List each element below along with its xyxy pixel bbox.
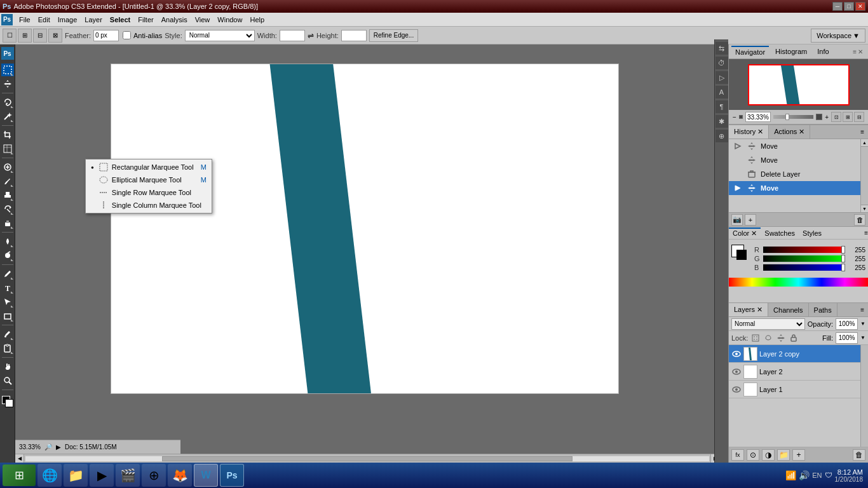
tool-pen[interactable] [1,268,14,280]
height-input[interactable] [341,30,367,41]
b-slider-thumb[interactable] [841,264,845,271]
tab-styles[interactable]: Styles [799,229,825,238]
tool-dodge[interactable] [1,249,14,262]
taskbar-media-button[interactable]: ▶ [90,464,114,487]
tool-ps-home[interactable]: Ps [1,47,14,60]
layers-panel-menu[interactable]: ≡ [857,306,868,313]
anti-alias-checkbox[interactable] [123,31,131,39]
ctx-elliptical-marquee[interactable]: ● Elliptical Marquee Tool M [86,173,212,186]
ps-icon-clone[interactable]: ⊕ [715,130,728,142]
layer-group-button[interactable]: 📁 [777,449,790,461]
layer-fx-button[interactable]: fx [731,449,744,461]
menu-layer[interactable]: Layer [81,15,106,25]
ctx-rectangular-marquee[interactable]: ● Rectangular Marquee Tool M [86,161,212,173]
zoom-fill-screen-button[interactable]: ⊟ [854,112,864,122]
menu-view[interactable]: View [191,15,214,25]
fill-input[interactable] [836,332,858,344]
intersect-selection-btn[interactable]: ⊠ [48,29,62,43]
b-slider-track[interactable] [763,264,845,271]
tool-stamp[interactable] [1,189,14,201]
taskbar-firefox-button[interactable]: 🦊 [168,464,192,487]
new-selection-btn[interactable]: ☐ [3,29,17,43]
scroll-left-button[interactable]: ◀ [15,454,24,463]
navigator-arrow[interactable]: ▶ [56,444,61,451]
taskbar-folder-button[interactable]: 📁 [64,464,88,487]
add-selection-btn[interactable]: ⊞ [18,29,32,43]
zoom-value-input[interactable] [745,112,771,122]
layer-visibility-layer2copy[interactable] [731,349,742,359]
history-new-button[interactable]: + [745,214,756,226]
menu-window[interactable]: Window [214,15,246,25]
history-item-1[interactable]: Move [729,139,860,153]
minimize-button[interactable]: ─ [832,2,843,11]
maximize-button[interactable]: □ [844,2,854,11]
layer-delete-button[interactable]: 🗑 [853,449,865,461]
menu-image[interactable]: Image [54,15,81,25]
tool-magic-wand[interactable] [1,110,14,123]
navigator-close-icon[interactable]: ✕ [858,48,863,55]
color-panel-menu[interactable]: ≡ [864,229,868,236]
ps-icon-char[interactable]: A [715,86,728,98]
tool-shape[interactable] [1,309,14,322]
history-snapshot-button[interactable]: 📷 [731,214,743,226]
tool-move[interactable] [1,78,14,90]
workspace-button[interactable]: Workspace ▼ [811,29,865,43]
menu-analysis[interactable]: Analysis [158,15,191,25]
layer-visibility-layer1[interactable] [731,384,742,395]
history-scroll-down[interactable]: ▼ [861,205,869,212]
tab-paths[interactable]: Paths [809,303,837,316]
layer-new-button[interactable]: + [792,449,805,461]
layer-mask-button[interactable]: ⊙ [747,449,759,461]
color-background-swatch[interactable] [736,250,747,260]
layers-scrollbar[interactable] [860,345,868,447]
color-swatches[interactable] [1,395,14,408]
history-item-3[interactable]: Delete Layer [729,167,860,181]
horizontal-scroll-track[interactable] [25,456,709,461]
ps-icon-para[interactable]: ¶ [715,100,728,113]
tool-path-selection[interactable] [1,295,14,308]
lock-transparent-pixels-button[interactable] [750,333,761,343]
zoom-fit-page-button[interactable]: ⊡ [831,112,841,122]
tab-layers[interactable]: Layers ✕ [729,303,768,316]
tab-channels[interactable]: Channels [768,303,808,316]
menu-edit[interactable]: Edit [34,15,54,25]
tab-swatches[interactable]: Swatches [761,229,799,238]
tray-clock[interactable]: 8:12 AM 1/20/2018 [835,468,864,483]
tool-notes[interactable] [1,342,14,355]
lock-all-button[interactable] [789,333,799,343]
tab-color[interactable]: Color ✕ [729,227,761,238]
refine-edge-button[interactable]: Refine Edge... [369,29,418,42]
taskbar-ie-button[interactable]: 🌐 [37,464,62,487]
tool-crop[interactable] [1,128,14,141]
history-scroll-up[interactable]: ▲ [861,139,869,147]
zoom-minus-icon[interactable]: − [733,114,736,121]
ctx-single-column-marquee[interactable]: ● Single Column Marquee Tool [86,199,212,212]
tab-info[interactable]: Info [813,46,832,57]
navigator-menu-icon[interactable]: ≡ [853,48,857,55]
tool-context-menu[interactable]: ● Rectangular Marquee Tool M ● Elliptica… [85,159,212,214]
tool-type[interactable]: T [1,281,14,294]
r-slider-thumb[interactable] [841,246,845,254]
layer-adjustment-button[interactable]: ◑ [762,449,775,461]
zoom-slider-thumb[interactable] [785,114,789,120]
tool-eyedropper[interactable] [1,328,14,341]
taskbar-movie-button[interactable]: 🎬 [116,464,140,487]
close-button[interactable]: ✕ [855,2,865,11]
fill-dropdown-icon[interactable]: ▼ [860,335,865,341]
zoom-slider-track[interactable] [773,115,813,119]
tab-navigator[interactable]: Navigator [731,46,769,57]
tool-brush[interactable] [1,175,14,187]
layer-item-layer2[interactable]: Layer 2 [729,363,860,381]
tool-healing[interactable] [1,161,14,173]
menu-help[interactable]: Help [246,15,268,25]
taskbar-word-button[interactable]: W [194,464,218,487]
horizontal-scrollbar[interactable]: ◀ ▶ [15,454,719,463]
history-expand-button[interactable]: ≡ [857,128,868,135]
menu-file[interactable]: File [15,15,34,25]
tab-histogram[interactable]: Histogram [771,46,811,57]
taskbar-photoshop-button[interactable]: Ps [220,464,244,487]
tool-lasso[interactable] [1,96,14,109]
style-select[interactable]: Normal Fixed Aspect Ratio Fixed Size [185,30,255,41]
canvas-area[interactable]: ● Rectangular Marquee Tool M ● Elliptica… [15,44,728,463]
zoom-plus-icon[interactable]: + [825,114,829,121]
